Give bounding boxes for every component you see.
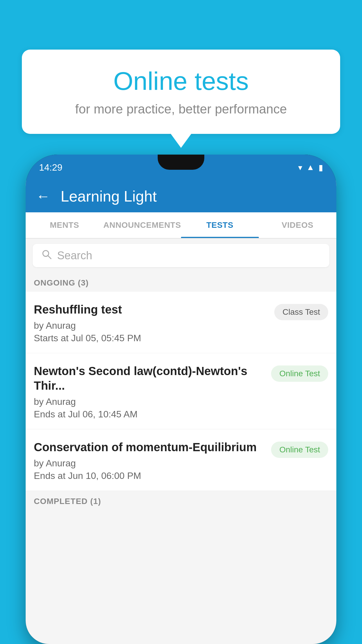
tab-announcements[interactable]: ANNOUNCEMENTS (103, 212, 181, 238)
callout-subtitle: for more practice, better performance (45, 102, 317, 116)
phone-frame: 14:29 ▾ ▲ ▮ ← Learning Light MENTS ANNOU… (26, 155, 336, 644)
tab-videos[interactable]: VIDEOS (259, 212, 337, 238)
tab-ments[interactable]: MENTS (26, 212, 103, 238)
test-info-newtons: Newton's Second law(contd)-Newton's Thir… (34, 364, 271, 420)
app-header: ← Learning Light (26, 180, 336, 212)
svg-line-1 (48, 256, 51, 259)
test-badge-online-test-newtons: Online Test (271, 365, 328, 382)
tab-tests[interactable]: TESTS (181, 212, 259, 238)
test-item-conservation[interactable]: Conservation of momentum-Equilibrium by … (26, 429, 336, 491)
test-name-reshuffling: Reshuffling test (34, 302, 267, 317)
search-placeholder-text: Search (57, 249, 92, 262)
test-item-newtons[interactable]: Newton's Second law(contd)-Newton's Thir… (26, 353, 336, 429)
tabs-bar: MENTS ANNOUNCEMENTS TESTS VIDEOS (26, 212, 336, 239)
completed-section-header: COMPLETED (1) (26, 491, 336, 510)
completed-label: COMPLETED (1) (34, 497, 101, 506)
search-bar-container: Search (26, 239, 336, 272)
callout-title: Online tests (45, 67, 317, 95)
phone-time: 14:29 (39, 162, 62, 173)
test-author-newtons: by Anurag (34, 396, 264, 407)
search-bar[interactable]: Search (33, 244, 329, 267)
phone-notch (158, 155, 204, 170)
test-time-newtons: Ends at Jul 06, 10:45 AM (34, 409, 264, 420)
test-badge-class-test: Class Test (274, 304, 328, 320)
app-title: Learning Light (61, 188, 157, 205)
test-time-reshuffling: Starts at Jul 05, 05:45 PM (34, 333, 267, 344)
ongoing-label: ONGOING (3) (34, 278, 89, 287)
test-author-conservation: by Anurag (34, 458, 264, 469)
test-info-reshuffling: Reshuffling test by Anurag Starts at Jul… (34, 302, 274, 344)
test-list: Reshuffling test by Anurag Starts at Jul… (26, 292, 336, 491)
test-time-conservation: Ends at Jun 10, 06:00 PM (34, 470, 264, 481)
status-icons: ▾ ▲ ▮ (298, 163, 323, 172)
signal-icon: ▲ (306, 163, 314, 172)
test-badge-online-test-conservation: Online Test (271, 442, 328, 458)
test-name-conservation: Conservation of momentum-Equilibrium (34, 440, 264, 454)
callout-container: Online tests for more practice, better p… (22, 50, 340, 134)
phone-screen: ← Learning Light MENTS ANNOUNCEMENTS TES… (26, 180, 336, 644)
test-item-reshuffling[interactable]: Reshuffling test by Anurag Starts at Jul… (26, 292, 336, 353)
test-author-reshuffling: by Anurag (34, 320, 267, 331)
callout-box: Online tests for more practice, better p… (22, 50, 340, 134)
phone-status-bar: 14:29 ▾ ▲ ▮ (26, 155, 336, 180)
test-name-newtons: Newton's Second law(contd)-Newton's Thir… (34, 364, 264, 393)
wifi-icon: ▾ (298, 163, 302, 172)
test-info-conservation: Conservation of momentum-Equilibrium by … (34, 440, 271, 481)
back-button[interactable]: ← (36, 189, 50, 203)
battery-icon: ▮ (319, 163, 323, 172)
search-icon (41, 249, 52, 262)
ongoing-section-header: ONGOING (3) (26, 272, 336, 292)
